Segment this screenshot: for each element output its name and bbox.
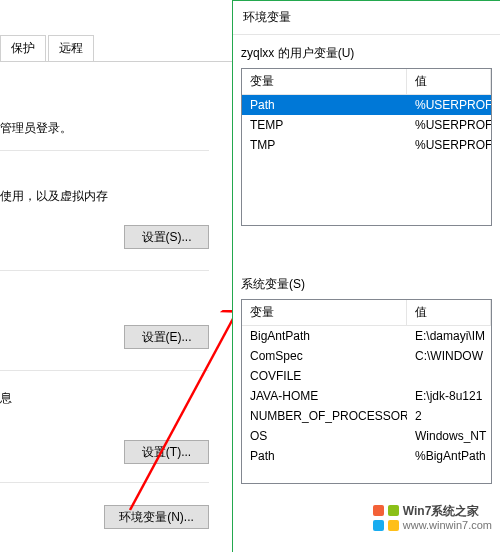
user-vars-label: zyqlxx 的用户变量(U) [241, 45, 492, 62]
user-vars-table[interactable]: 变量 值 Path%USERPROFTEMP%USERPROFTMP%USERP… [241, 68, 492, 226]
windows-logo-icon [373, 505, 399, 531]
column-variable[interactable]: 变量 [242, 300, 407, 325]
column-value[interactable]: 值 [407, 300, 491, 325]
table-row[interactable]: NUMBER_OF_PROCESSORS2 [242, 406, 491, 426]
table-header: 变量 值 [242, 69, 491, 95]
system-vars-label: 系统变量(S) [241, 276, 492, 293]
settings-t-button[interactable]: 设置(T)... [124, 440, 209, 464]
table-row[interactable]: OSWindows_NT [242, 426, 491, 446]
cell-value [407, 366, 491, 386]
cell-value: C:\WINDOW [407, 346, 491, 366]
cell-variable: ComSpec [242, 346, 407, 366]
divider [0, 270, 209, 271]
settings-e-button[interactable]: 设置(E)... [124, 325, 209, 349]
table-row[interactable]: COVFILE [242, 366, 491, 386]
column-variable[interactable]: 变量 [242, 69, 407, 94]
cell-variable: OS [242, 426, 407, 446]
cell-variable: Path [242, 446, 407, 466]
env-vars-button[interactable]: 环境变量(N)... [104, 505, 209, 529]
table-header: 变量 值 [242, 300, 491, 326]
cell-variable: COVFILE [242, 366, 407, 386]
system-vars-table[interactable]: 变量 值 BigAntPathE:\damayi\IMComSpecC:\WIN… [241, 299, 492, 484]
admin-login-text: 管理员登录。 [0, 120, 72, 137]
column-value[interactable]: 值 [407, 69, 491, 94]
cell-value: E:\damayi\IM [407, 326, 491, 346]
divider [0, 370, 209, 371]
table-row[interactable]: Path%BigAntPath [242, 446, 491, 466]
tab-remote[interactable]: 远程 [48, 35, 94, 61]
table-row[interactable]: TMP%USERPROF [242, 135, 491, 155]
divider [0, 482, 209, 483]
system-properties-window: 保护 远程 管理员登录。 使用，以及虚拟内存 设置(S)... 设置(E)...… [0, 0, 232, 552]
cell-variable: Path [242, 95, 407, 115]
user-vars-section: zyqlxx 的用户变量(U) 变量 值 Path%USERPROFTEMP%U… [241, 45, 492, 226]
cell-variable: BigAntPath [242, 326, 407, 346]
divider [0, 150, 209, 151]
table-row[interactable]: ComSpecC:\WINDOW [242, 346, 491, 366]
virtual-memory-text: 使用，以及虚拟内存 [0, 188, 108, 205]
cell-value: E:\jdk-8u121 [407, 386, 491, 406]
cell-value: Windows_NT [407, 426, 491, 446]
tab-protect[interactable]: 保护 [0, 35, 46, 61]
cell-value: %BigAntPath [407, 446, 491, 466]
cell-value: %USERPROF [407, 135, 491, 155]
system-vars-section: 系统变量(S) 变量 值 BigAntPathE:\damayi\IMComSp… [241, 276, 492, 484]
cell-value: %USERPROF [407, 115, 491, 135]
cell-value: 2 [407, 406, 491, 426]
cell-variable: JAVA-HOME [242, 386, 407, 406]
settings-s-button[interactable]: 设置(S)... [124, 225, 209, 249]
cell-value: %USERPROF [407, 95, 491, 115]
tabs-bar: 保护 远程 [0, 35, 232, 62]
watermark-text: Win7系统之家 www.winwin7.com [403, 504, 492, 532]
table-row[interactable]: JAVA-HOMEE:\jdk-8u121 [242, 386, 491, 406]
cell-variable: NUMBER_OF_PROCESSORS [242, 406, 407, 426]
table-row[interactable]: BigAntPathE:\damayi\IM [242, 326, 491, 346]
table-row[interactable]: TEMP%USERPROF [242, 115, 491, 135]
table-row[interactable]: Path%USERPROF [242, 95, 491, 115]
cell-variable: TEMP [242, 115, 407, 135]
dialog-title: 环境变量 [233, 1, 500, 35]
info-label: 息 [0, 390, 12, 407]
env-variables-dialog: 环境变量 zyqlxx 的用户变量(U) 变量 值 Path%USERPROFT… [232, 0, 500, 552]
cell-variable: TMP [242, 135, 407, 155]
watermark: Win7系统之家 www.winwin7.com [373, 504, 492, 532]
